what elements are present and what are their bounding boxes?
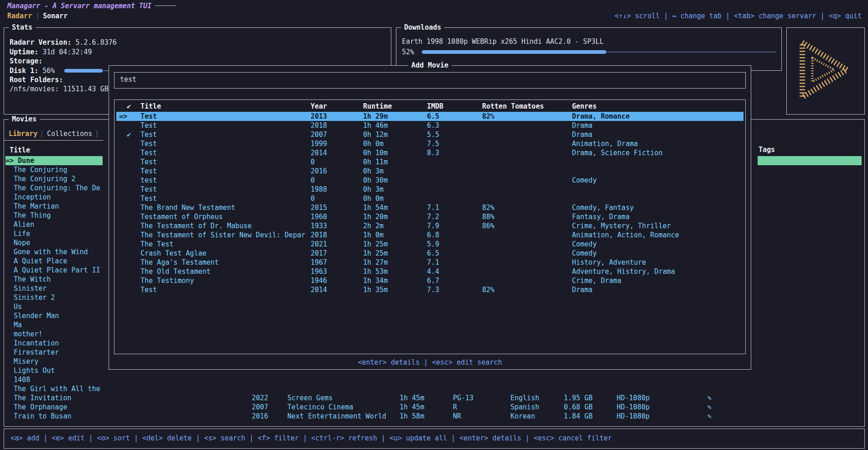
cell-runtime: 1h 0m [363, 230, 384, 240]
cell-genres: Animation, Drama [572, 139, 638, 148]
cell-runtime: 0h 30m [363, 176, 388, 185]
cell-year: 2014 [311, 148, 327, 157]
tab-library[interactable]: Library [9, 129, 37, 138]
download-percent: 52% [402, 47, 414, 57]
tab-collections[interactable]: Collections [47, 129, 92, 138]
library-item[interactable]: => Dune [5, 156, 103, 165]
library-item[interactable]: The Witch [5, 275, 103, 284]
library-item[interactable]: Incantation [5, 339, 103, 348]
cell-year: 2022 [252, 393, 268, 403]
cell-genres: Drama [572, 285, 593, 294]
library-item[interactable]: The Thing [5, 211, 103, 220]
tab-radarr[interactable]: Radarr [7, 11, 32, 21]
stats-rootfolders-label: Root Folders: [10, 75, 63, 84]
tags-cell-selected[interactable] [758, 156, 862, 165]
cell-runtime: 0h 10m [363, 148, 388, 157]
cell-year: 2013 [311, 112, 327, 121]
library-item[interactable]: Lights Out [5, 366, 103, 375]
library-item[interactable]: The Girl with All the [5, 384, 103, 393]
library-item[interactable]: A Quiet Place Part II [5, 266, 103, 275]
movie-search-input[interactable] [119, 75, 741, 84]
search-result-row[interactable]: The Testament of Sister New Devil: Depar… [116, 230, 743, 240]
search-result-row[interactable]: Test20141h 35m7.382%Drama [116, 285, 743, 294]
cell-genres: Fantasy, Drama [572, 212, 629, 221]
search-result-row[interactable]: Test00h 0m [116, 194, 743, 203]
library-item[interactable]: Firestarter [5, 348, 103, 357]
library-item[interactable]: Misery [5, 357, 103, 366]
cell-size: 1.84 GB [564, 412, 593, 421]
cell-title: Test [140, 139, 157, 148]
pencil-icon: ✎ [707, 393, 712, 403]
cell-year: 0 [311, 194, 315, 203]
cell-title: Test [140, 130, 157, 139]
cell-imdb: 7.3 [427, 285, 439, 294]
search-result-row[interactable]: The Test20211h 25m5.9Comedy [116, 240, 743, 249]
cell-year: 2018 [311, 121, 327, 130]
search-result-row[interactable]: The Old Testament19631h 53m4.4Adventure,… [116, 267, 743, 276]
search-result-row[interactable]: The Testament of Dr. Mabuse19332h 2m7.98… [116, 221, 743, 230]
movies-panel-title: Movies [9, 115, 40, 124]
cell-year: 2015 [311, 203, 327, 212]
cell-title: Test [140, 121, 157, 130]
cell-runtime: 0h 3m [363, 167, 384, 176]
library-item[interactable]: Us [5, 302, 103, 311]
library-item[interactable]: A Quiet Place [5, 256, 103, 266]
library-item[interactable]: Ma [5, 320, 103, 330]
library-item[interactable]: Inception [5, 193, 103, 202]
search-result-row[interactable]: The Brand New Testament20151h 54m7.182%C… [116, 203, 743, 212]
search-result-row[interactable]: The Testimony19461h 34m6.7Crime, Drama [116, 276, 743, 285]
search-result-row[interactable]: The Aga's Testament19671h 27m7.1History,… [116, 258, 743, 267]
movies-table-row[interactable]: 2016Next Entertainment World1h 58mNRKore… [0, 412, 868, 421]
library-item[interactable]: The Conjuring 2 [5, 174, 103, 183]
search-result-row[interactable]: =>Test20131h 29m6.582%Drama, Romance [116, 112, 743, 121]
download-item-name: Earth 1998 1080p WEBRip x265 Hindi AAC2.… [402, 37, 604, 46]
cell-year: 1967 [311, 258, 327, 267]
library-item[interactable]: Nope [5, 238, 103, 247]
search-result-row[interactable]: Crash Test Aglae20171h 25m6.5Comedy [116, 249, 743, 258]
movies-table-row[interactable]: 2007Telecinco Cinema1h 45mRSpanish0.68 G… [0, 403, 868, 412]
cell-title: The Testament of Sister New Devil: Depar [140, 230, 305, 240]
check-icon: ✔ [127, 130, 131, 139]
library-item[interactable]: Gone with the Wind [5, 247, 103, 256]
cell-genres: Comedy [572, 249, 597, 258]
cell-runtime: 1h 45m [400, 403, 424, 412]
cell-runtime: 0h 11m [363, 157, 388, 167]
library-item[interactable]: Sinister 2 [5, 293, 103, 302]
cell-title: The Old Testament [140, 267, 211, 276]
cell-rt: 82% [482, 285, 494, 294]
library-item[interactable]: The Martian [5, 202, 103, 211]
cell-size: 1.95 GB [564, 393, 593, 403]
search-result-row[interactable]: Test20140h 10m8.3Drama, Science Fiction [116, 148, 743, 157]
cell-year: 2014 [311, 285, 327, 294]
search-result-row[interactable]: Test20160h 3m [116, 167, 743, 176]
search-result-row[interactable]: ✔Test20070h 12m5.5Drama [116, 130, 743, 139]
library-item[interactable]: The Conjuring [5, 165, 103, 174]
cell-title: Test [140, 185, 157, 194]
library-item[interactable]: 1408 [5, 375, 103, 384]
cell-imdb: 6.8 [427, 230, 439, 240]
cell-title: Test [140, 167, 157, 176]
search-result-row[interactable]: Testament of Orpheus19601h 20m7.288%Fant… [116, 212, 743, 221]
add-movie-modal: Add Movie ✔TitleYearRuntimeIMDBRotten To… [109, 65, 751, 370]
library-item[interactable]: Sinister [5, 284, 103, 293]
cell-imdb: 7.9 [427, 221, 439, 230]
library-item[interactable]: Life [5, 229, 103, 238]
cell-year: 2016 [252, 412, 268, 421]
search-result-row[interactable]: Test20181h 46m6.3Drama [116, 121, 743, 130]
tab-sonarr[interactable]: Sonarr [43, 11, 68, 21]
cell-title: Testament of Orpheus [140, 212, 223, 221]
library-item[interactable]: Slender Man [5, 311, 103, 320]
search-result-row[interactable]: Test00h 11m [116, 157, 743, 167]
selected-row-marker: => [119, 112, 127, 121]
cell-rt: 82% [482, 203, 494, 212]
library-item[interactable]: Alien [5, 220, 103, 229]
library-item[interactable]: mother! [5, 330, 103, 339]
library-item[interactable]: The Conjuring: The De [5, 183, 103, 193]
search-result-row[interactable]: Test19990h 0m7.5Animation, Drama [116, 139, 743, 148]
search-result-row[interactable]: test00h 30mComedy [116, 176, 743, 185]
bottom-keybar: <a> add | <e> edit | <o> sort | <del> de… [4, 429, 865, 449]
movies-table-row[interactable]: 2022Screen Gems1h 45mPG-13English1.95 GB… [0, 393, 868, 403]
cell-imdb: 8.3 [427, 148, 439, 157]
modal-keybind-hints: <enter> details | <esc> edit search [109, 358, 751, 367]
search-result-row[interactable]: Test19880h 3m [116, 185, 743, 194]
